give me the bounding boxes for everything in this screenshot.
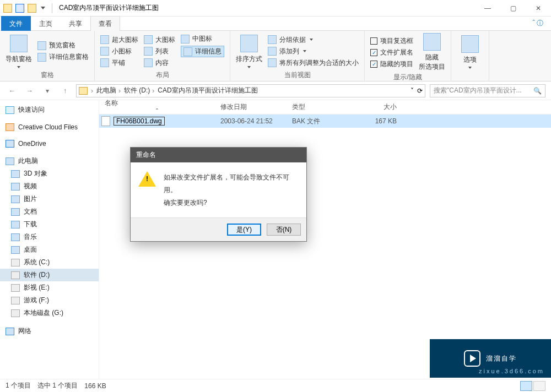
layout-tile[interactable]: 平铺 (100, 58, 138, 68)
column-headers[interactable]: 名称ˆ 修改日期 类型 大小 (99, 100, 551, 115)
layout-details[interactable]: 详细信息 (181, 46, 224, 57)
file-name-editing[interactable]: FH06B001.dwg (114, 117, 165, 126)
dialog-text-2: 确实要更改吗? (164, 197, 299, 209)
qat-icon-1[interactable] (3, 4, 12, 13)
watermark-sub: zixue.3d66.com (479, 368, 544, 374)
search-input[interactable]: 搜索"CAD室内吊顶平面设计... 🔍 (430, 84, 545, 97)
sidebar-this-pc[interactable]: 此电脑 (0, 155, 99, 167)
chk-file-extensions[interactable]: ✓文件扩展名 (370, 48, 413, 57)
crumb-drive: 软件 (D:)› (124, 86, 155, 95)
crumb-pc: 此电脑› (96, 86, 122, 95)
sidebar-drive-g[interactable]: 本地磁盘 (G:) (0, 307, 99, 319)
layout-xl[interactable]: 超大图标 (100, 35, 138, 45)
up-button[interactable]: ↑ (58, 84, 72, 97)
close-button[interactable]: ✕ (526, 0, 551, 17)
view-large-icon[interactable] (533, 381, 545, 391)
rename-dialog: 重命名 ! 如果改变文件扩展名，可能会导致文件不可用。 确实要更改吗? 是(Y)… (130, 147, 307, 242)
tab-share[interactable]: 共享 (61, 16, 90, 31)
layout-s[interactable]: 小图标 (100, 47, 138, 56)
group-label: 窗格 (6, 69, 89, 80)
ribbon-group-options: 选项 (451, 31, 489, 81)
minimize-button[interactable]: — (475, 0, 500, 17)
qat-more-icon[interactable] (41, 7, 45, 9)
title-bar: CAD室内吊顶平面设计详细施工图 — ▢ ✕ (0, 0, 551, 17)
search-placeholder: 搜索"CAD室内吊顶平面设计... (434, 86, 522, 95)
details-pane-button[interactable]: 详细信息窗格 (37, 52, 89, 62)
hide-icon (423, 33, 441, 51)
sort-icon (240, 35, 258, 52)
qat-icon-3[interactable] (28, 4, 36, 13)
qat-icon-2[interactable] (15, 4, 24, 13)
sidebar-3d[interactable]: 3D 对象 (0, 167, 99, 180)
sidebar-network[interactable]: 网络 (0, 325, 99, 337)
layout-content[interactable]: 内容 (144, 58, 175, 68)
sidebar-drive-e[interactable]: 影视 (E:) (0, 281, 99, 294)
dialog-yes-button[interactable]: 是(Y) (227, 224, 261, 236)
tab-home[interactable]: 主页 (31, 16, 61, 31)
options-button[interactable]: 选项 (457, 33, 483, 71)
search-icon: 🔍 (533, 87, 542, 95)
add-columns-button[interactable]: 添加列 (268, 47, 359, 56)
nav-pane-button[interactable]: 导航窗格 (6, 33, 32, 69)
file-size: 167 KB (358, 117, 402, 125)
preview-pane-button[interactable]: 预览窗格 (37, 41, 89, 50)
sidebar-onedrive[interactable]: OneDrive (0, 138, 99, 149)
layout-list[interactable]: 列表 (144, 47, 175, 56)
ribbon-group-showhide: 项目复选框 ✓文件扩展名 ✓隐藏的项目 隐藏 所选项目 显示/隐藏 (365, 31, 451, 81)
breadcrumb[interactable]: › 此电脑› 软件 (D:)› CAD室内吊顶平面设计详细施工图 ˅ ⟳ (76, 84, 425, 97)
col-size: 大小 (358, 102, 402, 112)
ribbon: 导航窗格 预览窗格 详细信息窗格 窗格 超大图标 小图标 平铺 大图标 列表 内… (0, 31, 551, 81)
status-selection: 选中 1 个项目 (37, 381, 78, 390)
sidebar-documents[interactable]: 文档 (0, 205, 99, 218)
hide-selected-button[interactable]: 隐藏 所选项目 (419, 33, 445, 72)
status-bar: 1 个项目 选中 1 个项目 166 KB (0, 379, 551, 392)
warning-icon: ! (138, 171, 156, 209)
watermark: 溜溜自学 zixue.3d66.com (430, 339, 551, 378)
maximize-button[interactable]: ▢ (500, 0, 526, 17)
nav-pane-icon (10, 35, 28, 52)
crumb-folder: CAD室内吊顶平面设计详细施工图 (158, 86, 257, 95)
status-size: 166 KB (84, 382, 106, 390)
file-type: BAK 文件 (287, 117, 358, 126)
ribbon-group-current-view: 排序方式 分组依据 添加列 将所有列调整为合适的大小 当前视图 (230, 31, 365, 81)
ribbon-group-panes: 导航窗格 预览窗格 详细信息窗格 窗格 (0, 31, 95, 81)
address-bar-row: ← → ▾ ↑ › 此电脑› 软件 (D:)› CAD室内吊顶平面设计详细施工图… (0, 81, 551, 100)
dialog-no-button[interactable]: 否(N) (267, 224, 301, 236)
tab-file[interactable]: 文件 (1, 16, 31, 31)
sidebar-downloads[interactable]: 下载 (0, 218, 99, 231)
size-columns-button[interactable]: 将所有列调整为合适的大小 (268, 58, 359, 68)
tab-view[interactable]: 查看 (90, 16, 120, 31)
navigation-pane: 快速访问 Creative Cloud Files OneDrive 此电脑 3… (0, 100, 99, 379)
chk-item-checkboxes[interactable]: 项目复选框 (370, 36, 413, 46)
group-by-button[interactable]: 分组依据 (268, 35, 359, 45)
chk-hidden-items[interactable]: ✓隐藏的项目 (370, 59, 413, 69)
dialog-title: 重命名 (131, 148, 306, 162)
breadcrumb-dropdown-icon[interactable]: ˅ (410, 87, 414, 95)
window-title: CAD室内吊顶平面设计详细施工图 (59, 3, 159, 13)
sidebar-drive-d[interactable]: 软件 (D:) (0, 269, 99, 281)
options-icon (461, 35, 479, 53)
sidebar-pictures[interactable]: 图片 (0, 193, 99, 205)
file-row[interactable]: FH06B001.dwg 2003-06-24 21:52 BAK 文件 167… (99, 115, 551, 128)
view-details-icon[interactable] (520, 381, 532, 391)
sidebar-music[interactable]: 音乐 (0, 231, 99, 243)
dialog-text-1: 如果改变文件扩展名，可能会导致文件不可用。 (164, 171, 299, 197)
sort-button[interactable]: 排序方式 (236, 33, 262, 69)
layout-l[interactable]: 大图标 (144, 35, 175, 45)
ribbon-collapse-icon[interactable]: ˆ ⓘ (525, 17, 551, 30)
folder-icon (79, 87, 88, 95)
sidebar-drive-f[interactable]: 游戏 (F:) (0, 294, 99, 307)
back-button[interactable]: ← (6, 84, 19, 97)
play-icon (464, 350, 480, 367)
sidebar-desktop[interactable]: 桌面 (0, 243, 99, 256)
forward-button[interactable]: → (23, 84, 36, 97)
sidebar-quick-access[interactable]: 快速访问 (0, 104, 99, 116)
ribbon-tabs: 文件 主页 共享 查看 ˆ ⓘ (0, 17, 551, 31)
sidebar-creative-cloud[interactable]: Creative Cloud Files (0, 122, 99, 133)
refresh-icon[interactable]: ⟳ (417, 87, 423, 95)
layout-m[interactable]: 中图标 (181, 34, 224, 43)
status-item-count: 1 个项目 (6, 381, 31, 390)
recent-button[interactable]: ▾ (41, 84, 54, 97)
sidebar-videos[interactable]: 视频 (0, 180, 99, 193)
sidebar-drive-c[interactable]: 系统 (C:) (0, 256, 99, 269)
